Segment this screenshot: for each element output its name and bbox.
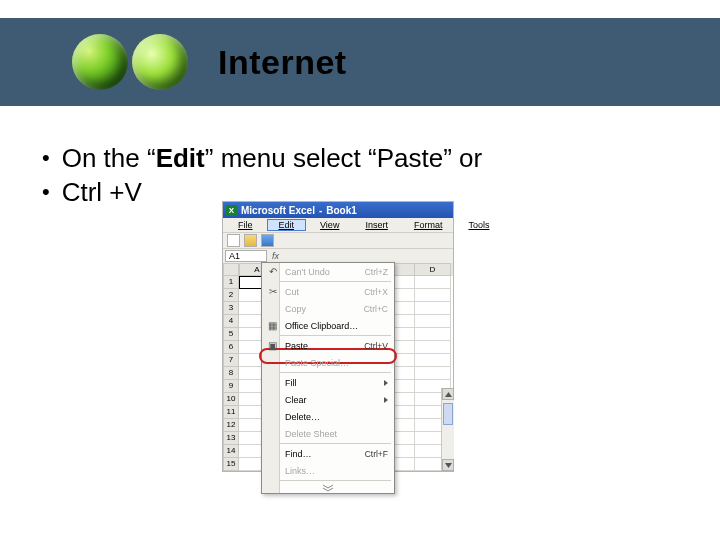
menu-item-cut[interactable]: ✂ Cut Ctrl+X [262, 283, 394, 300]
menu-edit[interactable]: Edit [267, 219, 307, 231]
menu-item-shortcut: Ctrl+V [364, 341, 388, 351]
menu-item-delete-sheet[interactable]: Delete Sheet [262, 425, 394, 442]
bullet-2-pre: Ctrl +V [62, 177, 142, 207]
blank-icon [266, 464, 279, 477]
green-orb-icon [132, 34, 188, 90]
excel-app-icon: X [226, 205, 237, 216]
blank-icon [266, 410, 279, 423]
scroll-thumb[interactable] [443, 403, 453, 425]
scroll-track[interactable] [442, 401, 454, 458]
slide-title: Internet [218, 43, 347, 82]
submenu-arrow-icon [384, 380, 388, 386]
menu-item-paste[interactable]: ▣ Paste Ctrl+V [262, 337, 394, 354]
row-header[interactable]: 3 [223, 302, 239, 315]
bullet-dot-icon: • [42, 176, 50, 208]
bullet-1-bold: Edit [156, 143, 205, 173]
menu-item-find[interactable]: Find… Ctrl+F [262, 445, 394, 462]
save-icon[interactable] [261, 234, 274, 247]
excel-screenshot: X Microsoft Excel - Book1 File Edit View… [222, 201, 454, 472]
menu-view-label: View [314, 219, 345, 231]
menu-item-copy[interactable]: Copy Ctrl+C [262, 300, 394, 317]
menu-item-shortcut: Ctrl+F [365, 449, 388, 459]
menubar: File Edit View Insert Format Tools [223, 218, 453, 232]
menu-item-label: Paste [285, 341, 358, 351]
menu-item-label: Find… [285, 449, 359, 459]
select-all-cell[interactable] [223, 263, 239, 276]
bullet-1-post: ” menu select “Paste” or [205, 143, 482, 173]
menu-tools-label: Tools [462, 219, 495, 231]
menu-item-fill[interactable]: Fill [262, 374, 394, 391]
row-header[interactable]: 5 [223, 328, 239, 341]
row-header[interactable]: 10 [223, 393, 239, 406]
paste-icon: ▣ [266, 339, 279, 352]
vertical-scrollbar[interactable] [441, 388, 454, 471]
scroll-down-icon[interactable] [442, 459, 454, 471]
window-titlebar: X Microsoft Excel - Book1 [223, 202, 453, 218]
menu-tools[interactable]: Tools [456, 219, 501, 231]
menu-separator [265, 480, 391, 481]
menu-item-label: Copy [285, 304, 358, 314]
header-decor [72, 34, 188, 90]
row-header[interactable]: 11 [223, 406, 239, 419]
row-header[interactable]: 12 [223, 419, 239, 432]
name-box[interactable]: A1 [225, 250, 267, 262]
green-orb-icon [72, 34, 128, 90]
menu-item-label: Fill [285, 378, 378, 388]
menu-insert[interactable]: Insert [353, 219, 400, 231]
menu-item-clear[interactable]: Clear [262, 391, 394, 408]
edit-dropdown: ↶ Can't Undo Ctrl+Z ✂ Cut Ctrl+X Copy Ct… [261, 262, 395, 494]
fx-label: fx [269, 249, 282, 263]
col-header[interactable]: D [415, 263, 451, 276]
copy-icon [266, 302, 279, 315]
menu-item-shortcut: Ctrl+Z [365, 267, 388, 277]
menu-item-shortcut: Ctrl+C [364, 304, 388, 314]
row-header[interactable]: 13 [223, 432, 239, 445]
worksheet: 1 2 3 4 5 6 7 8 9 10 11 12 13 14 15 A D [223, 263, 453, 471]
submenu-arrow-icon [384, 397, 388, 403]
row-header[interactable]: 4 [223, 315, 239, 328]
menu-item-links[interactable]: Links… [262, 462, 394, 479]
menu-item-shortcut: Ctrl+X [364, 287, 388, 297]
open-icon[interactable] [244, 234, 257, 247]
menu-item-label: Office Clipboard… [285, 321, 388, 331]
row-header[interactable]: 15 [223, 458, 239, 471]
row-headers: 1 2 3 4 5 6 7 8 9 10 11 12 13 14 15 [223, 263, 239, 471]
menu-item-label: Paste Special… [285, 358, 388, 368]
menu-item-paste-special[interactable]: Paste Special… [262, 354, 394, 371]
bullet-1-text: On the “Edit” menu select “Paste” or [62, 142, 482, 176]
menu-format[interactable]: Format [402, 219, 455, 231]
bullet-1-pre: On the “ [62, 143, 156, 173]
menu-separator [265, 372, 391, 373]
find-icon [266, 447, 279, 460]
row-header[interactable]: 2 [223, 289, 239, 302]
menu-separator [265, 335, 391, 336]
menu-item-office-clipboard[interactable]: ▦ Office Clipboard… [262, 317, 394, 334]
app-name: Microsoft Excel [241, 205, 315, 216]
row-header[interactable]: 8 [223, 367, 239, 380]
grid: A D [239, 263, 453, 471]
row-header[interactable]: 1 [223, 276, 239, 289]
menu-item-delete[interactable]: Delete… [262, 408, 394, 425]
new-icon[interactable] [227, 234, 240, 247]
title-separator: - [319, 205, 322, 216]
row-header[interactable]: 6 [223, 341, 239, 354]
row-header[interactable]: 7 [223, 354, 239, 367]
menu-file-label: File [232, 219, 259, 231]
menu-edit-label: Edit [273, 219, 301, 231]
menu-view[interactable]: View [308, 219, 351, 231]
menu-format-label: Format [408, 219, 449, 231]
row-header[interactable]: 9 [223, 380, 239, 393]
bullet-dot-icon: • [42, 142, 50, 174]
formula-bar: A1 fx [223, 248, 453, 263]
menu-file[interactable]: File [226, 219, 265, 231]
row-header[interactable]: 14 [223, 445, 239, 458]
bullet-2-text: Ctrl +V [62, 176, 142, 210]
blank-icon [266, 427, 279, 440]
menu-item-label: Delete Sheet [285, 429, 388, 439]
scroll-up-icon[interactable] [442, 388, 454, 400]
menu-item-undo[interactable]: ↶ Can't Undo Ctrl+Z [262, 263, 394, 280]
undo-icon: ↶ [266, 265, 279, 278]
menu-separator [265, 443, 391, 444]
menu-expand-chevrons-icon[interactable] [262, 482, 394, 493]
toolbar [223, 232, 453, 248]
